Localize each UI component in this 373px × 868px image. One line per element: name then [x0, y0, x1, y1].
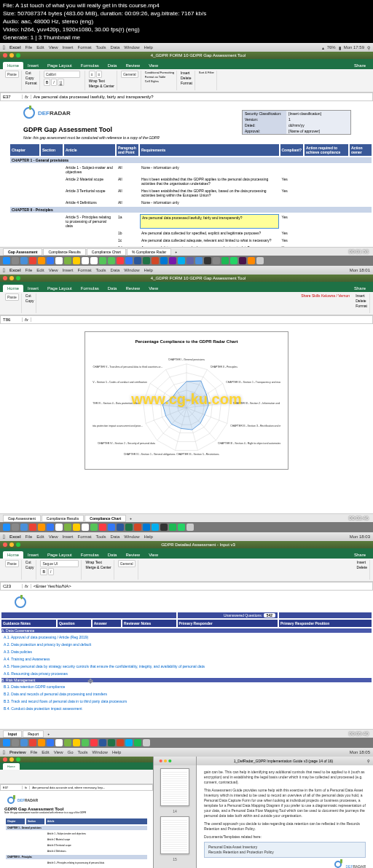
paste[interactable]: Paste [5, 293, 19, 301]
menu-help[interactable]: Help [144, 268, 153, 272]
tab-fm[interactable]: Formulas [76, 285, 103, 292]
dock-icon[interactable] [90, 524, 98, 531]
menu-window[interactable]: Window [124, 45, 139, 50]
dock-2[interactable] [0, 522, 373, 532]
sheet-tab-chart[interactable]: Compliance Chart [87, 248, 126, 256]
gap-table[interactable]: Chapter Section Article Paragraph and Po… [9, 143, 373, 247]
dock-preview[interactable] [195, 257, 203, 264]
dock-trash[interactable] [256, 257, 264, 264]
dock-icon[interactable] [82, 524, 89, 531]
fx-icon[interactable]: fx [23, 95, 31, 99]
dock-notes[interactable] [73, 257, 80, 264]
tab-pl[interactable]: Page Layout [43, 285, 76, 292]
dock-icon[interactable] [55, 524, 63, 531]
menu-data[interactable]: Data [111, 268, 120, 272]
dock-skype[interactable] [178, 257, 185, 264]
dock-powerpoint[interactable] [152, 257, 159, 264]
apple-icon[interactable]:  [3, 534, 5, 540]
dock-appstore[interactable] [125, 257, 133, 264]
dated-val[interactable]: dd/mm/yy [286, 122, 350, 128]
bold-button[interactable]: B [44, 79, 51, 86]
share-button[interactable]: Share [350, 62, 370, 69]
dock-icon[interactable] [3, 524, 10, 531]
tab-insert[interactable]: Insert [23, 285, 43, 292]
dock-excel[interactable] [143, 257, 150, 264]
format-cells[interactable]: Format [181, 81, 192, 85]
dock-slack[interactable] [239, 257, 246, 264]
dock-icon[interactable] [143, 524, 150, 531]
dock-finder[interactable] [3, 257, 10, 264]
detail-sheet[interactable]: Unanswered Questions: 542 Guidance Notes… [0, 591, 373, 729]
dock-icon[interactable] [169, 524, 176, 531]
section-a[interactable]: A. Data Governance [1, 628, 372, 633]
dock-teams[interactable] [186, 257, 194, 264]
copy-button[interactable]: Copy [25, 76, 34, 80]
merge-center[interactable]: Merge & Center [89, 84, 114, 88]
sheet-tab-chart[interactable]: Compliance Chart [85, 515, 126, 522]
dock-spotify[interactable] [221, 257, 229, 264]
app-name[interactable]: Preview [9, 750, 26, 754]
radar-chart[interactable]: Percentage Compliance to the GDPR Radar … [85, 331, 288, 470]
dock-word[interactable] [134, 257, 141, 264]
format-as-table[interactable]: Format as Table [145, 75, 174, 79]
dock-icon[interactable] [134, 524, 141, 531]
dock-icon[interactable] [108, 524, 115, 531]
formula-bar[interactable]: E37 fx Are personal data processed lawfu… [0, 92, 373, 101]
font-select[interactable]: Calibri [44, 71, 80, 78]
wifi-icon[interactable]: ▴ [322, 45, 324, 50]
tab-rev[interactable]: Review [121, 285, 144, 292]
chart-sheet[interactable]: Percentage Compliance to the GDPR Radar … [0, 324, 373, 513]
pdf-sidebar[interactable]: 14 15 [153, 757, 197, 868]
add-sheet[interactable]: + [127, 516, 135, 521]
selected-cell[interactable]: Are personal data processed lawfully, fa… [140, 214, 279, 229]
share-skills[interactable]: Share Skills Kelowna / Vernon [301, 293, 350, 298]
menu-view[interactable]: View [49, 268, 58, 272]
tab-home[interactable]: Home [3, 62, 23, 69]
clock[interactable]: Mon 18:01 [350, 268, 370, 272]
tab-data[interactable]: Data [103, 285, 122, 292]
fill-handle-icon[interactable]: ✥ [87, 677, 93, 685]
tab-view[interactable]: View [144, 62, 162, 69]
dock-icon[interactable] [47, 524, 54, 531]
detail-table[interactable]: Unanswered Questions: 542 Guidance Notes… [0, 611, 373, 713]
formula-input[interactable]: <Enter Yes/No/NA> [31, 584, 372, 588]
dock-icon[interactable] [20, 524, 28, 531]
clock[interactable]: Mon 18:05 [350, 750, 370, 754]
dock-icon[interactable] [73, 524, 80, 531]
spreadsheet-grid[interactable]: DEFRADAR Security Classification:[Insert… [0, 101, 373, 247]
dock-3[interactable] [0, 738, 373, 748]
mac-menubar[interactable]:  Excel File Edit View Insert Format Too… [0, 43, 373, 52]
dock-photos[interactable] [55, 257, 63, 264]
menu-edit[interactable]: Edit [36, 45, 44, 50]
chapter-2-row[interactable]: CHAPTER II - Principles [10, 207, 372, 213]
sort-filter[interactable]: Sort & Filter [199, 71, 214, 74]
dock-calendar[interactable] [82, 257, 89, 264]
sheet-tab-results[interactable]: Compliance Results [43, 248, 85, 256]
app-name[interactable]: Excel [9, 45, 21, 50]
align-center[interactable]: ≡ [96, 71, 103, 78]
chapter-1-row[interactable]: CHAPTER 1 - General provisions [10, 157, 372, 163]
dock-whatsapp[interactable] [230, 257, 237, 264]
sheet-tab-results[interactable]: Compliance Results [42, 515, 84, 522]
cut-button[interactable]: Cut [25, 71, 31, 75]
dock-icon[interactable] [178, 524, 185, 531]
dock-safari[interactable] [20, 257, 28, 264]
dock-settings[interactable] [213, 257, 220, 264]
search-icon[interactable]: ⚲ [367, 759, 370, 763]
dock[interactable] [0, 256, 373, 266]
dock-vlc[interactable] [248, 257, 255, 264]
number-format[interactable]: General [121, 71, 138, 78]
italic-button[interactable]: I [51, 79, 56, 86]
menu-tools[interactable]: Tools [96, 268, 106, 272]
font[interactable]: Segoe UI [40, 560, 79, 567]
dock-icon[interactable] [38, 524, 45, 531]
menu-file[interactable]: File [25, 268, 33, 272]
dock-icon[interactable] [99, 524, 106, 531]
add-sheet[interactable]: + [172, 249, 180, 255]
menu-help[interactable]: Help [144, 45, 153, 50]
apple-icon[interactable]:  [3, 267, 5, 274]
menu-format[interactable]: Format [78, 268, 92, 272]
dock-icon[interactable] [125, 524, 133, 531]
pdf-viewer[interactable]: 1_DefRadar_GDPR Implementation Guide v3 … [197, 757, 373, 868]
sec-class-val[interactable]: [Insert classification] [286, 111, 350, 117]
